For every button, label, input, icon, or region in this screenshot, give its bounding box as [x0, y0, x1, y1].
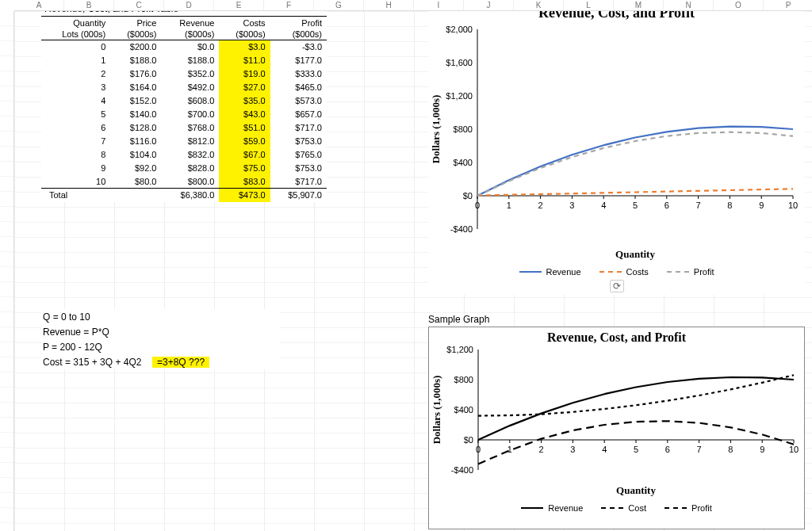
- column-header[interactable]: I: [414, 0, 464, 10]
- cell-price[interactable]: $176.0: [110, 67, 161, 81]
- cell-price[interactable]: $140.0: [110, 108, 161, 121]
- row-header[interactable]: [0, 327, 13, 342]
- cell-price[interactable]: $152.0: [110, 94, 161, 108]
- cell-profit[interactable]: $753.0: [270, 162, 327, 175]
- cell-cost[interactable]: $75.0: [219, 162, 270, 175]
- cell-quantity[interactable]: 0: [41, 40, 110, 54]
- row-header[interactable]: [0, 86, 13, 101]
- row-header[interactable]: [0, 222, 13, 237]
- row-header[interactable]: [0, 71, 13, 86]
- row-header[interactable]: [0, 478, 13, 493]
- row-header[interactable]: [0, 117, 13, 132]
- cell-cost[interactable]: $19.0: [219, 67, 270, 81]
- column-header[interactable]: H: [364, 0, 414, 10]
- row-header[interactable]: [0, 282, 13, 297]
- cell-revenue[interactable]: $832.0: [161, 148, 219, 162]
- refresh-icon[interactable]: ⟳: [610, 280, 624, 292]
- row-header[interactable]: [0, 26, 13, 41]
- row-header[interactable]: [0, 132, 13, 147]
- row-header[interactable]: [0, 433, 13, 448]
- cell-quantity[interactable]: 7: [41, 135, 110, 148]
- cell-profit[interactable]: $333.0: [270, 67, 327, 81]
- column-header[interactable]: J: [464, 0, 514, 10]
- cell-revenue[interactable]: $492.0: [161, 81, 219, 94]
- cell-revenue[interactable]: $352.0: [161, 67, 219, 81]
- row-header[interactable]: [0, 357, 13, 372]
- row-header[interactable]: [0, 267, 13, 282]
- column-header[interactable]: G: [314, 0, 364, 10]
- cell-profit[interactable]: $717.0: [270, 121, 327, 135]
- cell-revenue[interactable]: $608.0: [161, 94, 219, 108]
- row-header[interactable]: [0, 237, 13, 252]
- row-header[interactable]: [0, 101, 13, 117]
- column-header[interactable]: O: [714, 0, 764, 10]
- cell-revenue[interactable]: $828.0: [161, 162, 219, 175]
- cell-price[interactable]: $92.0: [110, 162, 161, 175]
- column-header[interactable]: B: [64, 0, 114, 10]
- cell-cost[interactable]: $35.0: [219, 94, 270, 108]
- cell-quantity[interactable]: 2: [41, 67, 110, 81]
- cell-profit[interactable]: $753.0: [270, 135, 327, 148]
- cell-profit[interactable]: -$3.0: [270, 40, 327, 54]
- cell-revenue[interactable]: $800.0: [161, 175, 219, 189]
- row-header[interactable]: [0, 372, 13, 388]
- cell-cost[interactable]: $51.0: [219, 121, 270, 135]
- cell-quantity[interactable]: 10: [41, 175, 110, 189]
- cell-profit[interactable]: $573.0: [270, 94, 327, 108]
- cell-price[interactable]: $164.0: [110, 81, 161, 94]
- row-header[interactable]: [0, 418, 13, 433]
- row-header[interactable]: [0, 448, 13, 463]
- cell-revenue[interactable]: $700.0: [161, 108, 219, 121]
- row-header[interactable]: [0, 56, 13, 71]
- cell-quantity[interactable]: 1: [41, 54, 110, 67]
- row-header[interactable]: [0, 342, 13, 357]
- cell-revenue[interactable]: $0.0: [161, 40, 219, 54]
- cell-quantity[interactable]: 8: [41, 148, 110, 162]
- row-header[interactable]: [0, 11, 13, 26]
- column-header[interactable]: N: [664, 0, 714, 10]
- cell-cost[interactable]: $83.0: [219, 175, 270, 189]
- chart-revenue-cost-profit-bw[interactable]: Revenue, Cost, and Profit -$400$0$400$80…: [428, 327, 805, 529]
- cell-price[interactable]: $188.0: [110, 54, 161, 67]
- cell-cost[interactable]: $59.0: [219, 135, 270, 148]
- cell-quantity[interactable]: 4: [41, 94, 110, 108]
- row-header[interactable]: [0, 312, 13, 327]
- column-header[interactable]: C: [114, 0, 164, 10]
- cell-profit[interactable]: $717.0: [270, 175, 327, 189]
- cell-revenue[interactable]: $812.0: [161, 135, 219, 148]
- row-header[interactable]: [0, 297, 13, 312]
- cell-quantity[interactable]: 9: [41, 162, 110, 175]
- cell-price[interactable]: $104.0: [110, 148, 161, 162]
- cell-price[interactable]: $200.0: [110, 40, 161, 54]
- row-header[interactable]: [0, 252, 13, 267]
- cell-price[interactable]: $116.0: [110, 135, 161, 148]
- row-header[interactable]: [0, 147, 13, 162]
- row-header[interactable]: [0, 177, 13, 192]
- cell-profit[interactable]: $657.0: [270, 108, 327, 121]
- row-header[interactable]: [0, 493, 13, 508]
- column-header[interactable]: F: [264, 0, 314, 10]
- cell-cost[interactable]: $43.0: [219, 108, 270, 121]
- cell-revenue[interactable]: $768.0: [161, 121, 219, 135]
- cell-profit[interactable]: $465.0: [270, 81, 327, 94]
- row-header[interactable]: [0, 207, 13, 222]
- cell-cost[interactable]: $11.0: [219, 54, 270, 67]
- row-header[interactable]: [0, 162, 13, 177]
- column-header[interactable]: K: [514, 0, 564, 10]
- cell-quantity[interactable]: 6: [41, 121, 110, 135]
- cell-revenue[interactable]: $188.0: [161, 54, 219, 67]
- cell-cost[interactable]: $67.0: [219, 148, 270, 162]
- row-header[interactable]: [0, 192, 13, 207]
- row-header[interactable]: [0, 463, 13, 478]
- row-header[interactable]: [0, 388, 13, 403]
- row-header[interactable]: [0, 508, 13, 523]
- cell-quantity[interactable]: 3: [41, 81, 110, 94]
- column-header[interactable]: D: [164, 0, 214, 10]
- row-header[interactable]: [0, 41, 13, 56]
- row-header[interactable]: [0, 403, 13, 418]
- cell-profit[interactable]: $765.0: [270, 148, 327, 162]
- cell-cost[interactable]: $3.0: [219, 40, 270, 54]
- cell-price[interactable]: $80.0: [110, 175, 161, 189]
- cell-cost[interactable]: $27.0: [219, 81, 270, 94]
- cell-price[interactable]: $128.0: [110, 121, 161, 135]
